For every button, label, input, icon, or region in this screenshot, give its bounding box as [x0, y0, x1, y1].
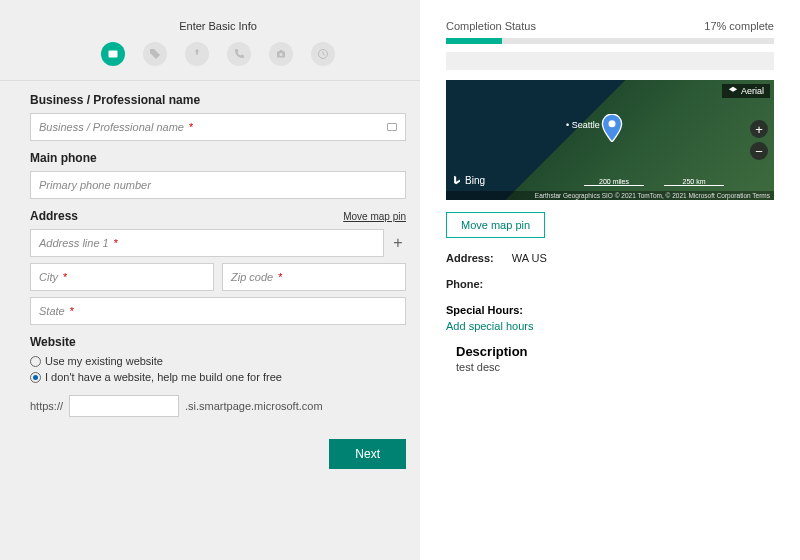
description-value: test desc [456, 361, 774, 373]
move-map-pin-button[interactable]: Move map pin [446, 212, 545, 238]
url-suffix: .si.smartpage.microsoft.com [185, 400, 323, 412]
step-clock-icon[interactable] [311, 42, 335, 66]
map[interactable]: Aerial + − • Seattle Bing 200 miles 250 … [446, 80, 774, 200]
next-button[interactable]: Next [329, 439, 406, 469]
description-key: Description [456, 344, 774, 359]
address-value: WA US [512, 252, 547, 264]
radio-use-existing[interactable]: Use my existing website [30, 355, 406, 367]
website-label: Website [30, 335, 406, 349]
add-address-line-icon[interactable]: + [390, 234, 406, 252]
map-pin-icon[interactable] [601, 114, 623, 146]
state-input[interactable]: State * [30, 297, 406, 325]
address-line1-input[interactable]: Address line 1 * [30, 229, 384, 257]
zoom-out-button[interactable]: − [750, 142, 768, 160]
business-label: Business / Professional name [30, 93, 406, 107]
phone-input[interactable]: Primary phone number [30, 171, 406, 199]
bing-icon [452, 174, 462, 186]
phone-label: Main phone [30, 151, 406, 165]
smartpage-url-row: https:// .si.smartpage.microsoft.com [30, 395, 406, 417]
divider [0, 80, 420, 81]
form-panel: Enter Basic Info Business / Professional… [0, 0, 420, 560]
map-credits: Earthstar Geographics SIO © 2021 TomTom,… [446, 191, 774, 200]
zoom-controls: + − [750, 120, 768, 160]
card-icon [387, 123, 397, 131]
step-share-icon[interactable] [185, 42, 209, 66]
layers-icon [728, 86, 738, 96]
radio-no-website[interactable]: I don't have a website, help me build on… [30, 371, 406, 383]
add-special-hours-link[interactable]: Add special hours [446, 320, 774, 332]
zip-input[interactable]: Zip code * [222, 263, 406, 291]
progress-bar [446, 38, 774, 44]
svg-point-3 [609, 120, 616, 127]
url-subdomain-input[interactable] [69, 395, 179, 417]
spacer-bar [446, 52, 774, 70]
city-label: • Seattle [566, 120, 600, 130]
radio-icon [30, 356, 41, 367]
zoom-in-button[interactable]: + [750, 120, 768, 138]
step-nav [30, 42, 406, 66]
address-label: Address [30, 209, 78, 223]
completion-percent: 17% complete [704, 20, 774, 32]
svg-point-1 [280, 53, 283, 56]
city-input[interactable]: City * [30, 263, 214, 291]
preview-panel: Completion Status 17% complete Aerial + … [420, 0, 800, 560]
business-input[interactable]: Business / Professional name * [30, 113, 406, 141]
address-key: Address: [446, 252, 494, 264]
svg-rect-0 [109, 51, 118, 58]
completion-status-label: Completion Status [446, 20, 536, 32]
step-phone-icon[interactable] [227, 42, 251, 66]
url-prefix: https:// [30, 400, 63, 412]
aerial-badge[interactable]: Aerial [722, 84, 770, 98]
step-basic-icon[interactable] [101, 42, 125, 66]
map-scale: 200 miles 250 km [584, 178, 724, 186]
step-tag-icon[interactable] [143, 42, 167, 66]
phone-key: Phone: [446, 278, 483, 290]
move-map-pin-link[interactable]: Move map pin [343, 211, 406, 222]
bing-logo: Bing [452, 174, 485, 186]
radio-icon [30, 372, 41, 383]
form-title: Enter Basic Info [30, 20, 406, 32]
step-camera-icon[interactable] [269, 42, 293, 66]
special-hours-key: Special Hours: [446, 304, 774, 316]
